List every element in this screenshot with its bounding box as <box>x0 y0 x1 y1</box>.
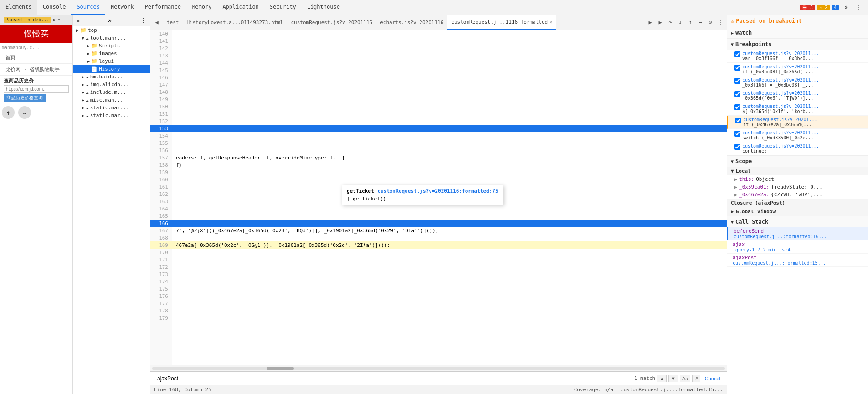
line-num-165[interactable]: 165 <box>150 212 172 220</box>
line-num-179[interactable]: 179 <box>150 314 172 322</box>
line-num-157[interactable]: 157 <box>150 154 172 161</box>
scope-0x467e2a[interactable]: ▶ _0x467e2a: {CZYVH: 'vBP',... <box>727 191 868 199</box>
line-num-173[interactable]: 173 <box>150 271 172 278</box>
line-num-158[interactable]: 158 <box>150 161 172 169</box>
tab-lighthouse[interactable]: Lighthouse <box>302 0 345 15</box>
tree-item-images[interactable]: ▶ 📁 images <box>73 50 150 57</box>
scope-this[interactable]: ▶ this: Object <box>727 175 868 183</box>
tab-security[interactable]: Security <box>264 0 302 15</box>
settings-icon[interactable]: ⚙ <box>841 2 852 13</box>
step-over-debug-icon[interactable]: ↷ <box>666 18 675 27</box>
line-num-178[interactable]: 178 <box>150 307 172 314</box>
line-num-170[interactable]: 170 <box>150 249 172 256</box>
line-num-172[interactable]: 172 <box>150 263 172 271</box>
line-num-149[interactable]: 149 <box>150 96 172 103</box>
tree-item-img[interactable]: ▶ ☁ img.alicdn... <box>73 81 150 88</box>
breakpoint-item-2[interactable]: customRequest.js?v=202011... _0x3f166f =… <box>727 76 868 89</box>
breakpoint-item-7[interactable]: customRequest.js?v=202011... continue; <box>727 142 868 155</box>
search-case-btn[interactable]: Aa <box>680 375 690 382</box>
line-num-159[interactable]: 159 <box>150 169 172 176</box>
line-num-148[interactable]: 148 <box>150 88 172 96</box>
more-debug-icon[interactable]: ⋮ <box>716 18 725 27</box>
line-num-177[interactable]: 177 <box>150 300 172 307</box>
editor-tab-history[interactable]: HistoryLowest.a...011493273.html <box>183 15 288 30</box>
tree-item-scripts[interactable]: ▶ 📁 Scripts <box>73 42 150 50</box>
scroll-thumb[interactable] <box>267 367 294 370</box>
tab-nav-next[interactable]: ▶ <box>646 18 655 27</box>
step-out-debug-icon[interactable]: ↑ <box>686 18 695 27</box>
deactivate-bp-icon[interactable]: ⊘ <box>706 18 715 27</box>
watch-section-header[interactable]: ▶ Watch <box>727 27 868 38</box>
bp-checkbox-2[interactable] <box>734 78 740 84</box>
line-num-174[interactable]: 174 <box>150 278 172 285</box>
tab-performance[interactable]: Performance <box>139 0 186 15</box>
app-icon-edit[interactable]: ✏ <box>18 106 31 119</box>
line-num-163[interactable]: 163 <box>150 198 172 205</box>
line-num-140[interactable]: 140 <box>150 30 172 37</box>
tree-item-misc[interactable]: ▶ ☁ misc.man... <box>73 96 150 104</box>
line-num-171[interactable]: 171 <box>150 256 172 263</box>
bp-checkbox-3[interactable] <box>734 91 740 97</box>
breakpoint-item-4[interactable]: customRequest.js?v=202011... $[_0x365d('… <box>727 102 868 116</box>
call-stack-item-1[interactable]: ajax jquery-1.7.2.min.js:4 <box>727 240 868 254</box>
global-scope-header[interactable]: ▶ Global Window <box>727 207 868 216</box>
line-num-153[interactable]: 153 <box>150 125 172 132</box>
breakpoint-item-5[interactable]: customRequest.js?v=20201... if (_0x467e2… <box>727 116 868 129</box>
line-num-160[interactable]: 160 <box>150 176 172 183</box>
tab-elements[interactable]: Elements <box>0 0 37 15</box>
bp-checkbox-6[interactable] <box>734 131 740 137</box>
breakpoint-item-1[interactable]: customRequest.js?v=202011... if (_0x3bc0… <box>727 63 868 76</box>
line-num-176[interactable]: 176 <box>150 292 172 300</box>
line-num-167[interactable]: 167 <box>150 227 172 234</box>
tab-sources[interactable]: Sources <box>71 0 105 15</box>
tab-nav-prev[interactable]: ◀ <box>152 18 161 27</box>
app-icon-up[interactable]: ↑ <box>2 106 15 119</box>
closure-scope-header[interactable]: Closure (ajaxPost) <box>727 199 868 207</box>
bp-checkbox-4[interactable] <box>734 104 740 110</box>
horizontal-scrollbar[interactable] <box>150 365 727 371</box>
line-num-156[interactable]: 156 <box>150 147 172 154</box>
breakpoint-item-3[interactable]: customRequest.js?v=202011... _0x365d('0x… <box>727 89 868 102</box>
call-stack-item-0[interactable]: beforeSend customRequest.j...:formatted:… <box>727 227 868 240</box>
editor-tab-test[interactable]: test <box>163 15 183 30</box>
more-icon[interactable]: ⋮ <box>853 2 864 13</box>
call-stack-header[interactable]: ▼ Call Stack <box>727 216 868 227</box>
line-num-147[interactable]: 147 <box>150 81 172 88</box>
bp-checkbox-1[interactable] <box>734 65 740 71</box>
line-num-168[interactable]: 168 <box>150 234 172 241</box>
resume-debug-icon[interactable]: ▶ <box>656 18 665 27</box>
tree-item-include[interactable]: ▶ ☁ include.m... <box>73 88 150 96</box>
line-num-161[interactable]: 161 <box>150 183 172 190</box>
line-num-152[interactable]: 152 <box>150 118 172 125</box>
tree-item-static1[interactable]: ▶ ☁ static.mar... <box>73 104 150 112</box>
line-num-150[interactable]: 150 <box>150 103 172 110</box>
editor-tab-echarts[interactable]: echarts.js?v=20201116 <box>376 15 447 30</box>
editor-tab-custom[interactable]: customRequest.js?v=20201116 <box>287 15 376 30</box>
line-num-166[interactable]: 166 <box>150 220 172 227</box>
search-nav-down[interactable]: ▼ <box>668 375 678 382</box>
tab-console[interactable]: Console <box>37 0 72 15</box>
resume-icon[interactable]: ▶ <box>53 17 56 23</box>
tree-item-tool[interactable]: ▼ ☁ tool.manr... <box>73 34 150 42</box>
tab-application[interactable]: Application <box>217 0 264 15</box>
line-num-141[interactable]: 141 <box>150 37 172 45</box>
app-nav-home[interactable]: 首页 <box>4 54 69 61</box>
app-url-input[interactable] <box>4 85 69 93</box>
code-content[interactable]: eaders: f, getResponseHeader: f, overrid… <box>172 30 727 365</box>
app-search-button[interactable]: 商品历史价格查询 <box>4 94 46 102</box>
tree-item-static2[interactable]: ▶ ☁ static.mar... <box>73 112 150 119</box>
tooltip-link[interactable]: customRequest.js?v=20201116:formatted:75 <box>378 188 498 194</box>
line-num-146[interactable]: 146 <box>150 74 172 81</box>
file-tree-menu[interactable]: ⋮ <box>140 17 146 24</box>
line-num-144[interactable]: 144 <box>150 59 172 67</box>
search-cancel-btn[interactable]: Cancel <box>702 375 723 382</box>
search-input[interactable] <box>154 374 632 383</box>
step-into-debug-icon[interactable]: ↓ <box>676 18 685 27</box>
step-debug-icon[interactable]: → <box>696 18 705 27</box>
line-num-169[interactable]: 169 <box>150 241 172 249</box>
breakpoint-item-6[interactable]: customRequest.js?v=202011... switch (_0x… <box>727 129 868 142</box>
call-stack-item-2[interactable]: ajaxPost customRequest.j...:formatted:15… <box>727 254 868 267</box>
scope-0x59ca01[interactable]: ▶ _0x59ca01: {readyState: 0... <box>727 183 868 191</box>
line-num-155[interactable]: 155 <box>150 139 172 147</box>
tree-item-top[interactable]: ▶ 📁 top <box>73 26 150 34</box>
